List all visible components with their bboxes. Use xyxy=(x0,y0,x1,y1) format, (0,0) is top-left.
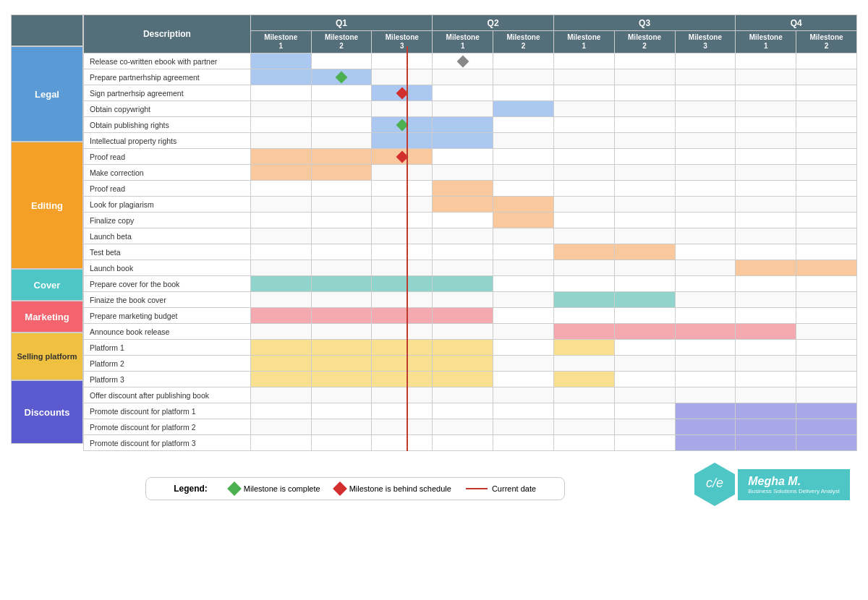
bar-cell xyxy=(796,53,857,69)
bar-cell xyxy=(433,213,493,228)
bar-cell xyxy=(553,213,614,228)
bar-cell xyxy=(493,165,554,181)
table-row: Intellectual property rights xyxy=(84,133,857,149)
bar-cell xyxy=(311,340,372,356)
task-label: Launch beta xyxy=(84,228,251,244)
bar-cell xyxy=(796,260,857,276)
bar-cell xyxy=(311,133,372,149)
bar-cell xyxy=(493,244,554,260)
legend-current-date-line-icon xyxy=(466,488,488,489)
bar-cell xyxy=(433,387,493,403)
bar-cell xyxy=(372,324,433,340)
bar-cell xyxy=(736,260,796,276)
task-label: Promote discount for platform 2 xyxy=(84,419,251,435)
bar-cell xyxy=(553,435,614,451)
bar-cell xyxy=(675,117,736,133)
bar-cell xyxy=(614,324,675,340)
bar-cell xyxy=(433,197,493,213)
bar-cell xyxy=(493,340,554,356)
bar-cell xyxy=(311,276,372,292)
bar-cell xyxy=(372,403,433,419)
bar-cell xyxy=(736,149,796,165)
logo-title: Business Solutions Delivery Analyst xyxy=(748,488,840,494)
bar-cell xyxy=(493,435,554,451)
task-label: Platform 3 xyxy=(84,372,251,387)
logo-text-box: Megha M. Business Solutions Delivery Ana… xyxy=(738,469,850,500)
bar-cell xyxy=(736,387,796,403)
bar-cell xyxy=(553,197,614,213)
bar-cell xyxy=(311,372,372,387)
bar-cell xyxy=(614,149,675,165)
table-row: Launch book xyxy=(84,260,857,276)
bar-cell xyxy=(493,372,554,387)
bar-cell xyxy=(796,324,857,340)
bar-cell xyxy=(796,276,857,292)
bar-cell xyxy=(433,435,493,451)
bar-cell xyxy=(553,53,614,69)
table-row: Prepare cover for the book xyxy=(84,276,857,292)
category-column: Legal Editing Cover Marketing Selling pl… xyxy=(11,14,83,451)
bar-cell xyxy=(433,101,493,117)
table-row: Release co-written ebook with partner xyxy=(84,53,857,69)
task-label: Test beta xyxy=(84,244,251,260)
bar-cell xyxy=(311,356,372,372)
description-header: Description xyxy=(84,15,251,53)
bar-cell xyxy=(796,356,857,372)
bar-cell xyxy=(433,324,493,340)
bar-cell xyxy=(796,117,857,133)
bar-cell xyxy=(796,228,857,244)
table-row: Platform 2 xyxy=(84,356,857,372)
bar-cell xyxy=(736,276,796,292)
task-label: Sign partnerhsip agreement xyxy=(84,85,251,101)
bar-cell xyxy=(796,292,857,308)
bar-cell xyxy=(736,53,796,69)
task-label: Release co-written ebook with partner xyxy=(84,53,251,69)
task-label: Promote discount for platform 3 xyxy=(84,435,251,451)
bar-cell xyxy=(553,69,614,85)
bar-cell xyxy=(250,308,311,324)
bar-cell xyxy=(796,419,857,435)
bar-cell xyxy=(796,372,857,387)
task-label: Look for plagiarism xyxy=(84,197,251,213)
bar-cell xyxy=(433,165,493,181)
bar-cell xyxy=(311,101,372,117)
bar-cell xyxy=(250,340,311,356)
logo-hexagon-icon: c/e xyxy=(692,461,738,507)
page-container: Legal Editing Cover Marketing Selling pl… xyxy=(0,0,868,600)
bar-cell xyxy=(433,117,493,133)
q1-header: Q1 xyxy=(250,15,432,31)
bar-cell xyxy=(553,372,614,387)
bar-cell xyxy=(736,101,796,117)
bar-cell xyxy=(311,165,372,181)
legend: Legend: Milestone is complete Milestone … xyxy=(145,477,565,500)
bar-cell xyxy=(614,117,675,133)
task-label: Obtain copywright xyxy=(84,101,251,117)
bar-cell xyxy=(553,340,614,356)
bar-cell xyxy=(736,197,796,213)
task-label: Platform 2 xyxy=(84,356,251,372)
bar-cell xyxy=(311,292,372,308)
bar-cell xyxy=(736,292,796,308)
bar-cell xyxy=(250,69,311,85)
bar-cell xyxy=(736,403,796,419)
bar-cell xyxy=(675,101,736,117)
category-marketing: Marketing xyxy=(11,301,83,333)
category-discounts: Discounts xyxy=(11,380,83,444)
bar-cell xyxy=(493,213,554,228)
bar-cell xyxy=(553,85,614,101)
bar-cell xyxy=(250,101,311,117)
bar-cell xyxy=(311,213,372,228)
bar-cell xyxy=(614,213,675,228)
bar-cell xyxy=(250,387,311,403)
bar-cell xyxy=(736,117,796,133)
bar-cell xyxy=(796,149,857,165)
current-date-line xyxy=(407,46,408,451)
task-label: Offer discount after publishing book xyxy=(84,387,251,403)
bar-cell xyxy=(433,53,493,69)
table-row: Finalize copy xyxy=(84,213,857,228)
bar-cell xyxy=(614,181,675,197)
table-row: Launch beta xyxy=(84,228,857,244)
bar-cell xyxy=(736,340,796,356)
bar-cell xyxy=(250,85,311,101)
bar-cell xyxy=(675,340,736,356)
